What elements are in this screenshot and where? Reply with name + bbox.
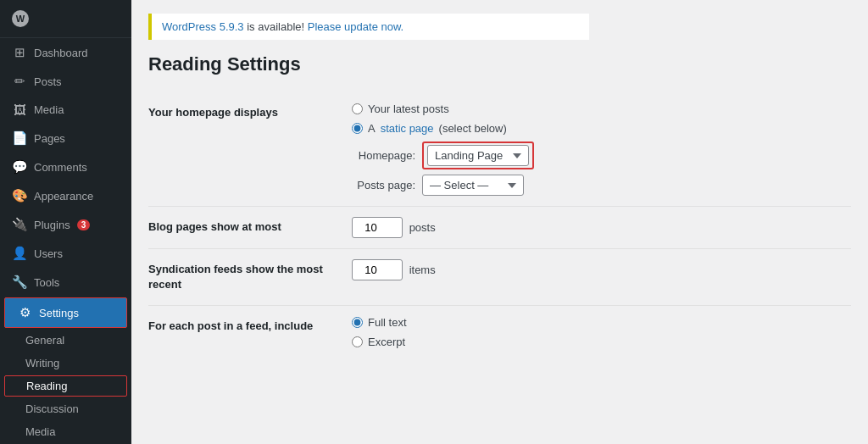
sidebar-item-comments[interactable]: 💬 Comments <box>0 153 131 181</box>
sidebar-item-media[interactable]: 🖼 Media <box>0 96 131 124</box>
settings-form-table: Your homepage displays Your latest posts… <box>148 92 851 358</box>
sidebar-item-tools[interactable]: 🔧 Tools <box>0 268 131 297</box>
feed-include-row: For each post in a feed, include Full te… <box>148 306 851 359</box>
sidebar-item-label: Posts <box>34 75 62 88</box>
syndication-feeds-input[interactable] <box>352 259 403 280</box>
media-icon: 🖼 <box>12 103 27 117</box>
feed-include-label: For each post in a feed, include <box>148 306 343 359</box>
appearance-icon: 🎨 <box>12 188 27 203</box>
comments-icon: 💬 <box>12 159 27 175</box>
settings-sub-nav: General Writing Reading Discussion Media… <box>0 329 131 444</box>
page-selects: Homepage: Landing Page Posts page: — Sel… <box>352 142 843 196</box>
sidebar-item-label: Settings <box>39 307 79 319</box>
posts-page-field-label: Posts page: <box>352 179 415 191</box>
sidebar-item-posts[interactable]: ✏ Posts <box>0 67 131 96</box>
pages-icon: 📄 <box>12 130 27 146</box>
homepage-displays-label: Your homepage displays <box>148 92 343 207</box>
site-logo[interactable]: W <box>0 0 131 38</box>
syndication-label: Syndication feeds show the most recent <box>148 249 343 306</box>
sidebar-sub-general[interactable]: General <box>0 329 131 352</box>
sidebar-item-label: Appearance <box>34 190 93 203</box>
main-content: WordPress 5.9.3 is available! Please upd… <box>131 0 868 444</box>
static-page-link[interactable]: static page <box>381 122 434 135</box>
latest-posts-radio[interactable] <box>352 103 363 114</box>
sidebar-item-pages[interactable]: 📄 Pages <box>0 124 131 153</box>
homepage-field-row: Homepage: Landing Page <box>352 142 843 169</box>
static-page-suffix: (select below) <box>439 122 507 135</box>
homepage-displays-row: Your homepage displays Your latest posts… <box>148 92 851 207</box>
homepage-radio-group: Your latest posts A static page (select … <box>352 103 843 135</box>
feed-include-field: Full text Excerpt <box>343 306 851 359</box>
dashboard-icon: ⊞ <box>12 45 27 60</box>
excerpt-radio[interactable] <box>352 336 363 347</box>
sidebar-item-label: Dashboard <box>34 47 88 59</box>
blog-pages-suffix: posts <box>409 221 436 234</box>
syndication-suffix: items <box>409 264 436 276</box>
full-text-radio[interactable] <box>352 317 363 328</box>
sidebar-sub-reading[interactable]: Reading <box>4 375 127 397</box>
plugins-icon: 🔌 <box>12 217 27 232</box>
posts-page-select[interactable]: — Select — <box>422 175 524 196</box>
sidebar: W ⊞ Dashboard ✏ Posts 🖼 Media 📄 Pages 💬 … <box>0 0 131 444</box>
sidebar-sub-media[interactable]: Media <box>0 420 131 443</box>
sidebar-item-label: Comments <box>34 161 87 174</box>
update-notice: WordPress 5.9.3 is available! Please upd… <box>148 14 589 40</box>
latest-posts-label: Your latest posts <box>368 103 449 115</box>
sidebar-sub-discussion[interactable]: Discussion <box>0 397 131 420</box>
plugins-badge: 3 <box>77 219 91 230</box>
homepage-select[interactable]: Landing Page <box>427 145 529 166</box>
wp-icon: W <box>12 10 29 27</box>
sidebar-item-label: Plugins <box>34 219 70 231</box>
sidebar-item-users[interactable]: 👤 Users <box>0 239 131 268</box>
version-link[interactable]: WordPress 5.9.3 <box>162 20 244 33</box>
blog-pages-row: Blog pages show at most posts <box>148 207 851 249</box>
syndication-field: items <box>343 249 851 306</box>
static-page-option[interactable]: A static page (select below) <box>352 122 843 135</box>
sidebar-item-label: Tools <box>34 276 59 289</box>
syndication-feeds-row: Syndication feeds show the most recent i… <box>148 249 851 306</box>
update-link[interactable]: Please update now. <box>308 20 403 33</box>
latest-posts-option[interactable]: Your latest posts <box>352 103 843 115</box>
full-text-option[interactable]: Full text <box>352 316 843 329</box>
blog-pages-field: posts <box>343 207 851 249</box>
page-title: Reading Settings <box>148 53 851 75</box>
settings-icon: ⚙ <box>17 305 32 320</box>
sidebar-sub-writing[interactable]: Writing <box>0 352 131 375</box>
feed-radio-group: Full text Excerpt <box>352 316 843 348</box>
homepage-select-wrapper: Landing Page <box>422 142 534 169</box>
notice-message: is available! <box>244 20 308 33</box>
sidebar-item-plugins[interactable]: 🔌 Plugins 3 <box>0 210 131 239</box>
static-page-prefix: A <box>368 122 376 135</box>
posts-icon: ✏ <box>12 74 27 89</box>
sidebar-item-appearance[interactable]: 🎨 Appearance <box>0 181 131 210</box>
full-text-label: Full text <box>368 316 407 329</box>
blog-pages-label: Blog pages show at most <box>148 207 343 249</box>
homepage-displays-field: Your latest posts A static page (select … <box>343 92 851 207</box>
excerpt-option[interactable]: Excerpt <box>352 336 843 348</box>
posts-page-field-row: Posts page: — Select — <box>352 175 843 196</box>
excerpt-label: Excerpt <box>368 336 405 348</box>
sidebar-item-dashboard[interactable]: ⊞ Dashboard <box>0 38 131 67</box>
static-page-radio[interactable] <box>352 123 363 134</box>
blog-pages-input[interactable] <box>352 217 403 238</box>
sidebar-item-settings[interactable]: ⚙ Settings <box>4 297 127 328</box>
sidebar-item-label: Pages <box>34 132 65 145</box>
users-icon: 👤 <box>12 246 27 261</box>
sidebar-item-label: Media <box>34 103 64 116</box>
homepage-field-label: Homepage: <box>352 149 415 162</box>
sidebar-item-label: Users <box>34 247 63 260</box>
tools-icon: 🔧 <box>12 275 27 290</box>
